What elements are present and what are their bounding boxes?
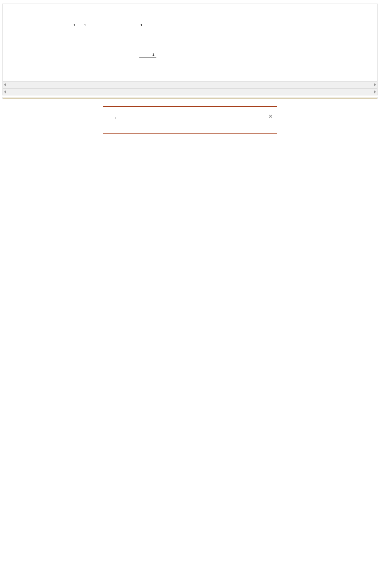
datasheet-screenshot [2,97,378,99]
close-icon[interactable]: × [269,112,272,121]
horizontal-scrollbar[interactable] [3,81,377,88]
relation-line [73,28,88,28]
object-tabs [3,97,377,99]
relation-cardinality: 1 [141,23,142,28]
relation-line [139,28,156,28]
horizontal-scrollbar[interactable] [3,88,377,95]
query-design-screenshot: 1 1 1 1 [2,4,378,95]
relation-cardinality: 1 [152,53,154,57]
relation-cardinality: 1 [74,23,76,28]
tab-general[interactable] [107,117,116,119]
relation-line [139,57,156,58]
property-sheet: × [103,106,277,134]
relation-cardinality: 1 [84,23,86,28]
relationship-pane: 1 1 1 1 [3,4,377,81]
